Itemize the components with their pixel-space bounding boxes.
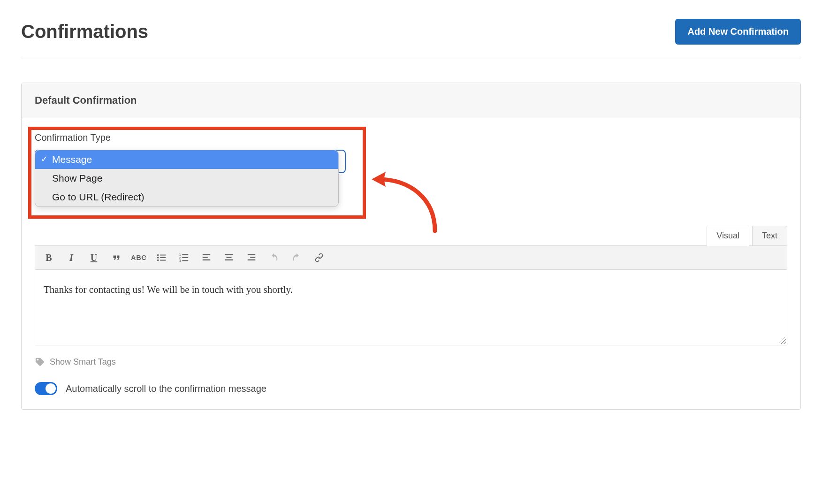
- panel-header[interactable]: Default Confirmation: [22, 83, 800, 118]
- auto-scroll-label: Automatically scroll to the confirmation…: [66, 383, 266, 394]
- align-left-button[interactable]: [198, 250, 215, 266]
- confirmation-panel: Default Confirmation Confirmation Type M…: [21, 83, 801, 410]
- show-smart-tags-link[interactable]: Show Smart Tags: [35, 357, 787, 367]
- svg-rect-12: [203, 254, 211, 255]
- bold-button[interactable]: B: [40, 250, 58, 266]
- blockquote-button[interactable]: [107, 250, 125, 266]
- svg-rect-5: [160, 260, 166, 261]
- svg-rect-4: [160, 257, 166, 258]
- svg-rect-18: [248, 254, 256, 255]
- underline-button[interactable]: U: [85, 250, 103, 266]
- add-new-confirmation-button[interactable]: Add New Confirmation: [675, 19, 801, 45]
- italic-button[interactable]: I: [62, 250, 80, 266]
- page-title: Confirmations: [21, 21, 148, 42]
- confirmation-type-label: Confirmation Type: [35, 132, 787, 143]
- smart-tags-label: Show Smart Tags: [50, 357, 116, 367]
- svg-rect-16: [227, 257, 232, 258]
- dropdown-option-message[interactable]: Message: [35, 150, 338, 169]
- undo-button[interactable]: [265, 250, 283, 266]
- align-center-button[interactable]: [220, 250, 238, 266]
- editor-text: Thanks for contacting us! We will be in …: [44, 284, 293, 295]
- dropdown-option-go-to-url[interactable]: Go to URL (Redirect): [35, 188, 338, 206]
- editor-toolbar: B I U ABC 123: [35, 246, 787, 270]
- svg-rect-14: [203, 260, 211, 260]
- message-editor: B I U ABC 123: [35, 245, 787, 345]
- svg-text:3: 3: [179, 259, 181, 262]
- resize-handle-icon[interactable]: [779, 337, 786, 344]
- tag-icon: [35, 357, 45, 367]
- auto-scroll-toggle[interactable]: [35, 382, 57, 395]
- svg-rect-10: [182, 257, 188, 258]
- align-right-button[interactable]: [243, 250, 260, 266]
- tab-visual[interactable]: Visual: [707, 226, 749, 246]
- svg-rect-15: [225, 254, 233, 255]
- tab-text[interactable]: Text: [752, 226, 787, 246]
- svg-rect-19: [250, 257, 255, 258]
- svg-point-0: [157, 254, 159, 256]
- bullet-list-button[interactable]: [152, 250, 170, 266]
- redo-button[interactable]: [288, 250, 305, 266]
- svg-rect-11: [182, 260, 188, 261]
- confirmation-type-select[interactable]: Message Show Page Go to URL (Redirect): [35, 150, 342, 207]
- editor-textarea[interactable]: Thanks for contacting us! We will be in …: [35, 270, 787, 345]
- svg-rect-13: [203, 257, 208, 258]
- svg-rect-20: [248, 260, 256, 260]
- link-button[interactable]: [310, 250, 328, 266]
- svg-point-2: [157, 260, 159, 261]
- strikethrough-button[interactable]: ABC: [130, 250, 148, 266]
- dropdown-option-show-page[interactable]: Show Page: [35, 169, 338, 188]
- svg-rect-9: [182, 254, 188, 255]
- svg-point-1: [157, 257, 159, 259]
- svg-rect-3: [160, 255, 166, 256]
- numbered-list-button[interactable]: 123: [175, 250, 193, 266]
- svg-rect-17: [225, 260, 233, 260]
